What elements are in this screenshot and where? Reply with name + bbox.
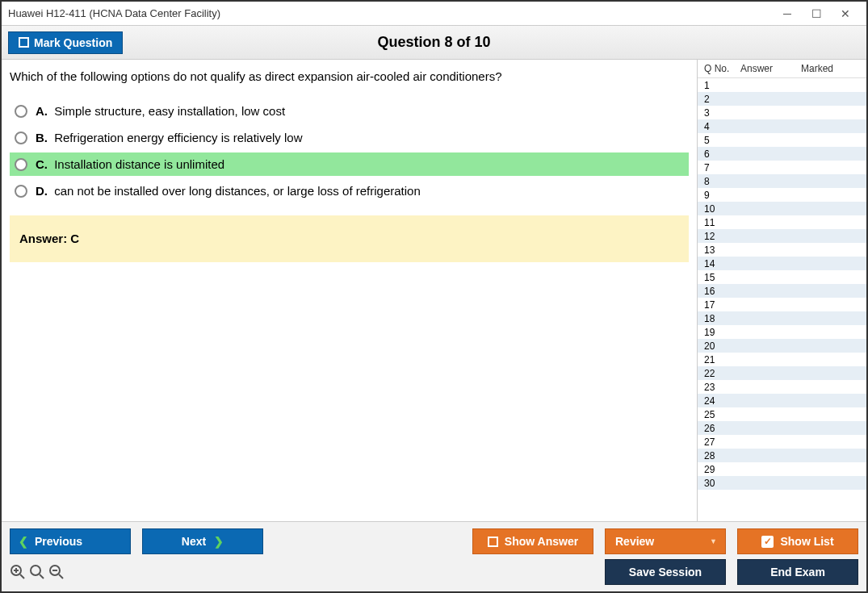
show-list-button[interactable]: ✓ Show List	[737, 528, 858, 554]
chevron-left-icon: ❮	[19, 535, 28, 548]
show-list-label: Show List	[780, 535, 833, 548]
window-title: Huawei H12-411 (HCNA Data Center Facilit…	[8, 7, 220, 19]
question-row[interactable]: 12	[698, 229, 866, 243]
show-answer-button[interactable]: Show Answer	[472, 528, 593, 554]
maximize-button[interactable]: ☐	[802, 2, 831, 25]
mark-question-label: Mark Question	[34, 36, 112, 49]
app-window: Huawei H12-411 (HCNA Data Center Facilit…	[0, 0, 868, 593]
question-row[interactable]: 23	[698, 380, 866, 394]
question-row[interactable]: 26	[698, 421, 866, 435]
question-row[interactable]: 15	[698, 270, 866, 284]
chevron-right-icon: ❯	[214, 535, 224, 548]
next-button[interactable]: Next ❯	[142, 528, 263, 554]
chevron-down-icon: ▼	[710, 537, 717, 545]
previous-button[interactable]: ❮ Previous	[10, 528, 131, 554]
question-row[interactable]: 5	[698, 133, 866, 147]
question-row[interactable]: 7	[698, 161, 866, 174]
save-session-button[interactable]: Save Session	[605, 559, 726, 585]
question-row[interactable]: 14	[698, 257, 866, 270]
question-row[interactable]: 27	[698, 435, 866, 449]
question-list-body[interactable]: 1234567891011121314151617181920212223242…	[698, 78, 866, 521]
radio-icon	[15, 158, 27, 171]
question-row[interactable]: 10	[698, 202, 866, 215]
question-row[interactable]: 8	[698, 174, 866, 188]
option-c[interactable]: C. Installation distance is unlimited	[10, 152, 689, 176]
radio-icon	[15, 132, 27, 144]
answer-box: Answer: C	[10, 215, 689, 262]
checkbox-empty-icon	[19, 37, 29, 48]
option-text: B. Refrigeration energy efficiency is re…	[36, 131, 303, 144]
zoom-in-icon[interactable]	[10, 564, 26, 580]
header-answer: Answer	[740, 63, 801, 74]
option-text: D. can not be installed over long distan…	[36, 184, 421, 198]
footer-row-2: Save Session End Exam	[10, 559, 858, 585]
header-marked: Marked	[801, 63, 833, 74]
footer-row-1: ❮ Previous Next ❯ Show Answer Review ▼ ✓…	[10, 528, 858, 554]
save-session-label: Save Session	[629, 566, 702, 578]
question-row[interactable]: 13	[698, 243, 866, 257]
zoom-reset-icon[interactable]	[29, 564, 45, 580]
review-dropdown[interactable]: Review ▼	[605, 528, 726, 554]
radio-icon	[15, 185, 27, 198]
option-a[interactable]: A. Simple structure, easy installation, …	[10, 99, 689, 123]
question-row[interactable]: 18	[698, 311, 866, 325]
question-panel: Which of the following options do not qu…	[2, 60, 697, 521]
question-row[interactable]: 25	[698, 407, 866, 421]
question-row[interactable]: 2	[698, 92, 866, 106]
question-row[interactable]: 19	[698, 325, 866, 339]
question-row[interactable]: 9	[698, 188, 866, 202]
checkbox-empty-icon	[488, 537, 498, 547]
option-text: C. Installation distance is unlimited	[36, 157, 224, 171]
question-row[interactable]: 16	[698, 284, 866, 298]
window-controls: ─ ☐ ✕	[773, 2, 860, 25]
svg-line-5	[40, 574, 44, 578]
question-row[interactable]: 6	[698, 147, 866, 161]
question-row[interactable]: 20	[698, 339, 866, 353]
question-row[interactable]: 11	[698, 215, 866, 229]
question-list-panel: Q No. Answer Marked 12345678910111213141…	[697, 60, 866, 521]
options-list: A. Simple structure, easy installation, …	[10, 99, 689, 203]
question-list-header: Q No. Answer Marked	[698, 60, 866, 78]
svg-line-7	[59, 574, 63, 578]
end-exam-button[interactable]: End Exam	[737, 559, 858, 585]
question-row[interactable]: 28	[698, 449, 866, 462]
zoom-out-icon[interactable]	[48, 564, 65, 580]
svg-point-4	[31, 566, 40, 575]
question-row[interactable]: 22	[698, 366, 866, 380]
question-row[interactable]: 21	[698, 353, 866, 366]
question-row[interactable]: 1	[698, 78, 866, 92]
close-button[interactable]: ✕	[831, 2, 860, 25]
question-row[interactable]: 29	[698, 462, 866, 476]
minimize-button[interactable]: ─	[773, 2, 802, 25]
review-label: Review	[615, 535, 654, 548]
svg-line-1	[20, 574, 24, 578]
radio-icon	[15, 105, 27, 118]
question-text: Which of the following options do not qu…	[10, 69, 689, 83]
question-row[interactable]: 3	[698, 106, 866, 119]
option-d[interactable]: D. can not be installed over long distan…	[10, 179, 689, 203]
end-exam-label: End Exam	[770, 566, 825, 578]
question-row[interactable]: 4	[698, 119, 866, 133]
toolbar: Mark Question Question 8 of 10	[2, 26, 866, 60]
content-area: Which of the following options do not qu…	[2, 60, 866, 521]
option-text: A. Simple structure, easy installation, …	[36, 104, 285, 118]
show-answer-label: Show Answer	[505, 535, 578, 548]
header-qno: Q No.	[704, 63, 740, 74]
checkbox-checked-icon: ✓	[761, 536, 774, 548]
question-row[interactable]: 17	[698, 298, 866, 311]
zoom-controls	[10, 564, 65, 580]
answer-label: Answer: C	[19, 232, 79, 245]
titlebar: Huawei H12-411 (HCNA Data Center Facilit…	[2, 2, 866, 26]
previous-label: Previous	[35, 535, 82, 548]
option-b[interactable]: B. Refrigeration energy efficiency is re…	[10, 126, 689, 149]
mark-question-button[interactable]: Mark Question	[8, 31, 123, 54]
question-row[interactable]: 30	[698, 476, 866, 490]
question-row[interactable]: 24	[698, 394, 866, 407]
question-counter: Question 8 of 10	[377, 34, 490, 51]
next-label: Next	[182, 535, 206, 548]
footer: ❮ Previous Next ❯ Show Answer Review ▼ ✓…	[2, 521, 866, 591]
